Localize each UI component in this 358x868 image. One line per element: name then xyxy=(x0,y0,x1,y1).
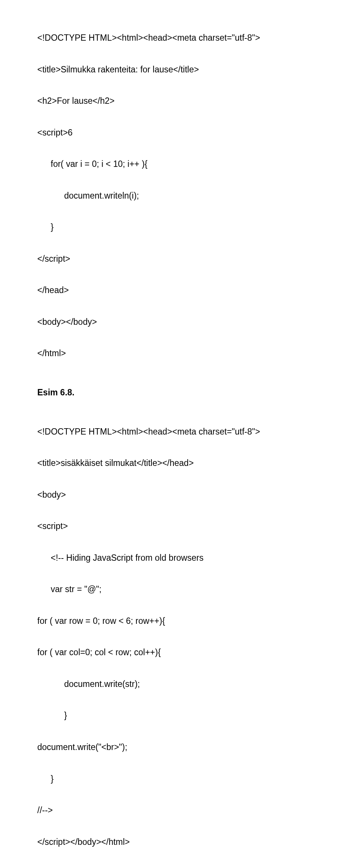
code-line: <title>Silmukka rakenteita: for lause</t… xyxy=(37,62,328,78)
spacer xyxy=(37,724,328,739)
spacer xyxy=(37,330,328,345)
spacer xyxy=(37,203,328,219)
code-line: </html> xyxy=(37,345,328,361)
spacer xyxy=(37,629,328,644)
spacer xyxy=(37,660,328,676)
code-line: for ( var row = 0; row < 6; row++){ xyxy=(37,613,328,629)
code-line: <body> xyxy=(37,487,328,503)
code-line: </script> xyxy=(37,251,328,267)
code-line: } xyxy=(37,219,328,235)
code-line: <!-- Hiding JavaScript from old browsers xyxy=(37,550,328,566)
document-body: <!DOCTYPE HTML><html><head><meta charset… xyxy=(37,30,328,868)
spacer xyxy=(37,503,328,518)
code-line: } xyxy=(37,771,328,787)
spacer xyxy=(37,140,328,156)
code-line: </script></body></html> xyxy=(37,834,328,850)
section-heading: Esim 6.8. xyxy=(37,385,328,401)
code-line: document.writeln(i); xyxy=(37,188,328,204)
spacer xyxy=(37,172,328,188)
spacer xyxy=(37,755,328,771)
spacer xyxy=(37,109,328,125)
spacer xyxy=(37,850,328,868)
code-line: } xyxy=(37,707,328,724)
code-line: </head> xyxy=(37,282,328,298)
spacer xyxy=(37,692,328,707)
spacer xyxy=(37,267,328,282)
spacer xyxy=(37,439,328,455)
spacer xyxy=(37,471,328,487)
code-line: <body></body> xyxy=(37,314,328,330)
code-line: for( var i = 0; i < 10; i++ ){ xyxy=(37,156,328,172)
spacer xyxy=(37,401,328,424)
spacer xyxy=(37,534,328,550)
spacer xyxy=(37,235,328,251)
code-line: <!DOCTYPE HTML><html><head><meta charset… xyxy=(37,30,328,46)
spacer xyxy=(37,77,328,93)
code-line: //--> xyxy=(37,802,328,818)
spacer xyxy=(37,818,328,834)
spacer xyxy=(37,597,328,613)
code-line: <!DOCTYPE HTML><html><head><meta charset… xyxy=(37,424,328,440)
code-line: document.write(str); xyxy=(37,676,328,692)
code-line: var str = "@"; xyxy=(37,581,328,597)
code-line: <script> xyxy=(37,518,328,534)
code-line: document.write("<br>"); xyxy=(37,739,328,755)
spacer xyxy=(37,361,328,385)
code-line: <title>sisäkkäiset silmukat</title></hea… xyxy=(37,455,328,471)
spacer xyxy=(37,298,328,314)
code-line: for ( var col=0; col < row; col++){ xyxy=(37,644,328,660)
spacer xyxy=(37,787,328,802)
code-line: <h2>For lause</h2> xyxy=(37,93,328,109)
spacer xyxy=(37,566,328,581)
spacer xyxy=(37,46,328,62)
code-line: <script>6 xyxy=(37,125,328,141)
